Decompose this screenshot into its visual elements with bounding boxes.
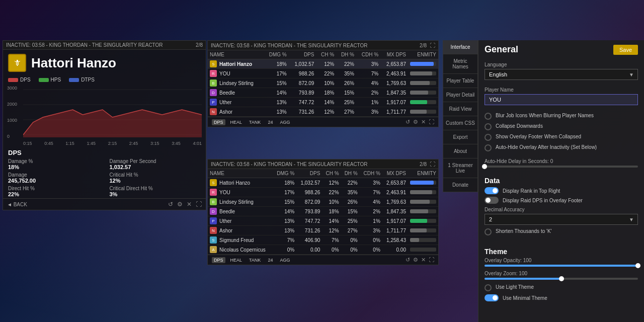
toggle-minimal-theme-input[interactable] — [485, 294, 499, 301]
overlay-bottom-footer-icons: ↺ ⚙ ✕ ⛶ — [406, 257, 434, 263]
tab-heal-top[interactable]: HEAL — [228, 119, 245, 125]
cell-mxdps: 1,711.77 — [382, 226, 408, 235]
tab-agg-bottom[interactable]: AGG — [278, 257, 292, 263]
expand-icon-bottom[interactable]: ⛶ — [429, 257, 434, 263]
checkbox-footer-input[interactable] — [485, 134, 492, 141]
table-row[interactable]: SSigmund Freud7%406.907%0%0%1,258.43 — [208, 235, 438, 245]
toggle-raid-dps-label: Display Raid DPS in Overlay Footer — [503, 198, 583, 203]
cell-cdh: 3% — [356, 59, 380, 69]
expand-icon[interactable]: ⛶ — [196, 201, 202, 208]
overlay-top-expand-icon[interactable]: ⛶ — [430, 42, 435, 48]
cell-cdh: 0% — [360, 245, 382, 255]
toggle-raid-dps-input[interactable] — [485, 197, 499, 204]
stats-section-title: DPS — [8, 149, 201, 156]
back-button[interactable]: ◄ BACK — [7, 202, 27, 207]
lock-icon-top[interactable]: ⚙ — [413, 119, 418, 125]
sidebar-tab-streamer[interactable]: 1 Streamer Live — [443, 158, 477, 178]
checkbox-light-theme-input[interactable] — [485, 284, 492, 291]
cell-dmg-pct: 14% — [264, 88, 289, 98]
close-icon-top[interactable]: ✕ — [421, 119, 426, 125]
tab-heal-bottom[interactable]: HEAL — [228, 257, 245, 263]
overlay-bottom-header-icons: 2/8 ⛶ — [420, 161, 435, 167]
cell-dps: 988.26 — [296, 188, 322, 197]
checkbox-collapse-input[interactable] — [485, 123, 492, 130]
table-row[interactable]: DBeedle14%793.8918%15%2%1,847.35 — [208, 88, 438, 98]
overlay-zoom-track[interactable] — [485, 278, 638, 280]
close-icon-bottom[interactable]: ✕ — [421, 257, 426, 263]
sidebar-tab-export[interactable]: Export — [443, 130, 477, 144]
table-row[interactable]: DBeedle14%793.8918%15%2%1,847.35 — [208, 207, 438, 216]
tab-24-bottom[interactable]: 24 — [266, 257, 275, 263]
lock-icon-bottom[interactable]: ⚙ — [413, 257, 418, 263]
table-row[interactable]: PUther13%747.7214%25%1%1,917.07 — [208, 98, 438, 107]
stat-crit-label: Critical Hit % — [110, 172, 201, 178]
checkbox-blur-icons-input[interactable] — [485, 113, 492, 120]
overlay-zoom-thumb[interactable] — [559, 276, 564, 281]
cell-dps: 988.26 — [289, 69, 316, 78]
data-section-title: Data — [485, 177, 638, 185]
cell-cdh: 0% — [360, 235, 382, 245]
table-row[interactable]: RYOU17%988.2622%35%7%2,463.91 — [208, 69, 438, 78]
table-row[interactable]: BLindsey Stirling15%872.0910%26%4%1,769.… — [208, 78, 438, 88]
sidebar-tab-interface[interactable]: Interface — [443, 40, 477, 54]
expand-icon-top[interactable]: ⛶ — [429, 119, 434, 125]
table-row[interactable]: NAshor13%731.2612%27%3%1,711.77 — [208, 107, 438, 117]
table-row[interactable]: RYOU17%988.2622%35%7%2,463.91 — [208, 188, 438, 197]
overlay-bottom-header-row: NAME DMG % DPS CH % DH % CDH % MX DPS EN… — [208, 169, 438, 178]
reset-icon-top[interactable]: ↺ — [406, 119, 410, 125]
overlay-opacity-thumb[interactable] — [635, 263, 640, 268]
cell-dmg-pct: 15% — [273, 197, 296, 207]
autohide-slider-track[interactable] — [485, 166, 638, 168]
chart-legend: DPS HPS DTPS — [3, 76, 206, 84]
settings-title: General — [485, 44, 518, 55]
settings-icon[interactable]: ✕ — [187, 201, 192, 208]
table-row[interactable]: ANicolaus Copernicus0%0.000%0%0%0.00 — [208, 245, 438, 255]
tab-dps-bottom[interactable]: DPS — [212, 257, 225, 263]
decimal-accuracy-select[interactable]: 2 — [485, 214, 638, 225]
table-row[interactable]: SHattori Hanzo18%1,032.5712%22%3%2,653.8… — [208, 59, 438, 69]
table-row[interactable]: BLindsey Stirling15%872.0910%26%4%1,769.… — [208, 197, 438, 207]
tab-tank-top[interactable]: TANK — [247, 119, 263, 125]
table-row[interactable]: PUther13%747.7214%25%1%1,917.07 — [208, 216, 438, 226]
sidebar-tab-donate[interactable]: Donate — [443, 178, 477, 192]
sidebar-tab-custom-css[interactable]: Custom CSS — [443, 116, 477, 130]
cell-enmity — [408, 226, 438, 235]
tab-agg-top[interactable]: AGG — [278, 119, 292, 125]
table-row[interactable]: SHattori Hanzo18%1,032.5712%22%3%2,653.8… — [208, 178, 438, 188]
lock-icon[interactable]: ⚙ — [177, 201, 183, 208]
y-label-0: 0 — [7, 134, 23, 139]
toggle-rank-input[interactable] — [485, 187, 499, 194]
cell-mxdps: 2,653.87 — [382, 178, 408, 188]
save-button[interactable]: Save — [613, 45, 638, 55]
overlay-opacity-track[interactable] — [485, 265, 638, 267]
tab-24-top[interactable]: 24 — [266, 119, 275, 125]
autohide-slider-thumb[interactable] — [482, 164, 487, 169]
sidebar-tab-player-detail[interactable]: Player Detail — [443, 88, 477, 102]
checkbox-autohide-input[interactable] — [485, 144, 492, 151]
cell-enmity — [408, 216, 438, 226]
sidebar-tab-about[interactable]: About — [443, 144, 477, 158]
checkbox-footer: Show Overlay Footer When Collapsed — [485, 133, 638, 141]
stat-dh: Direct Hit % 22% — [8, 186, 100, 197]
toggle-rank-label: Display Rank in Top Right — [503, 188, 560, 194]
sidebar-tab-metric-names[interactable]: Metric Names — [443, 54, 477, 74]
language-select[interactable]: English — [485, 69, 638, 80]
cell-enmity — [408, 78, 438, 88]
cell-enmity — [408, 235, 438, 245]
toggle-rank: Display Rank in Top Right — [485, 187, 638, 194]
stat-dh-label: Direct Hit % — [8, 186, 100, 191]
overlay-bottom-header: INACTIVE: 03:58 - KING THORDAN - THE SIN… — [208, 159, 438, 169]
table-row[interactable]: NAshor13%731.2612%27%3%1,711.77 — [208, 226, 438, 235]
sidebar-tab-player-table[interactable]: Player Table — [443, 74, 477, 88]
reset-icon[interactable]: ↺ — [168, 201, 173, 208]
checkbox-shorten-input[interactable] — [485, 228, 492, 235]
overlay-bottom-expand-icon[interactable]: ⛶ — [430, 161, 435, 167]
cell-dh: 27% — [341, 226, 360, 235]
player-name-input[interactable] — [485, 94, 638, 105]
tab-dps-top[interactable]: DPS — [212, 119, 225, 125]
sidebar-tab-raid-view[interactable]: Raid View — [443, 102, 477, 116]
tab-tank-bottom[interactable]: TANK — [247, 257, 263, 263]
cell-cdh: 4% — [360, 197, 382, 207]
reset-icon-bottom[interactable]: ↺ — [406, 257, 410, 263]
stat-damage-pct-value: 18% — [8, 164, 100, 170]
